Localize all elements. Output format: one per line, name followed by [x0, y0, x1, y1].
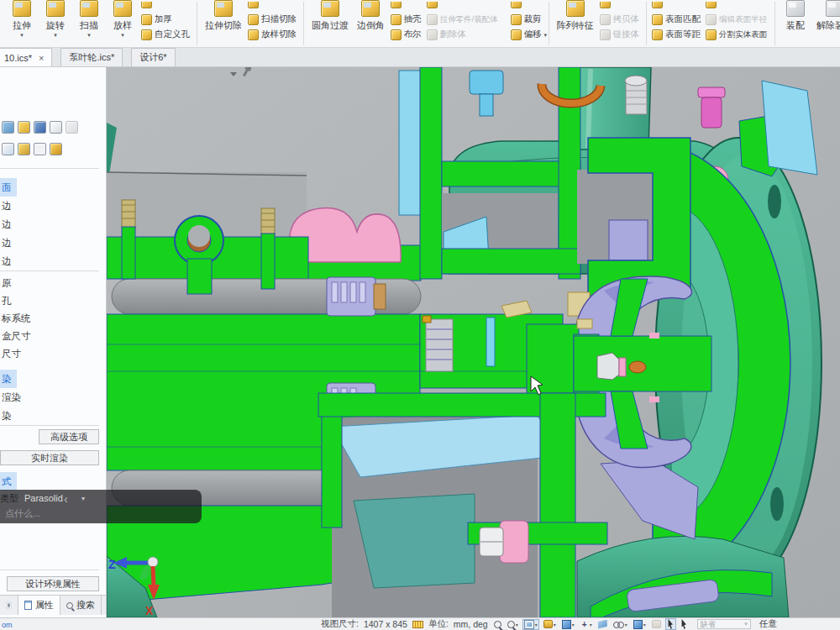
rotate-view-icon[interactable] — [651, 620, 662, 628]
part-icon[interactable] — [50, 143, 62, 155]
zoom-search-icon[interactable] — [493, 621, 502, 628]
clipped-icon — [427, 2, 438, 8]
tree-item[interactable]: 原 — [0, 275, 107, 292]
zoom-window-icon[interactable]: ▾ — [507, 621, 519, 628]
extrude-cut-button[interactable]: 拉伸切除 — [201, 0, 246, 47]
tree-item[interactable]: 边 — [0, 197, 107, 215]
tab-10ics[interactable]: 10.ics* × — [0, 48, 52, 66]
watermark-fragment: om — [2, 621, 13, 629]
boolean-icon — [391, 29, 402, 40]
dropdown-chevron-icon[interactable]: ▾ — [544, 33, 548, 38]
material-icon[interactable] — [18, 121, 30, 134]
chevron-down-icon: ▾ — [744, 621, 748, 627]
tree-item[interactable]: 尺寸 — [0, 345, 107, 363]
options-box-icon[interactable] — [18, 143, 30, 155]
comment-placeholder: 点什么... — [5, 507, 40, 520]
revolve-button[interactable]: 旋转▾ — [39, 0, 72, 47]
tree-item-selected[interactable]: 式 — [0, 472, 17, 491]
design-env-properties-button[interactable]: 设计环境属性 — [7, 576, 99, 591]
button-label: 自定义孔 — [155, 29, 190, 40]
sweep-cut-button[interactable]: 扫描切除 — [246, 13, 300, 26]
ribbon-group-separator — [646, 2, 647, 45]
render-style-icon[interactable]: ▾ — [543, 620, 557, 628]
grid-calc-icon[interactable] — [2, 143, 14, 155]
custom-hole-button[interactable]: 自定义孔 — [139, 28, 193, 41]
tree-item[interactable]: 盒尺寸 — [0, 328, 107, 345]
shell-button[interactable]: 抽壳 — [389, 13, 425, 26]
surface-offset-button[interactable]: 表面等距 — [650, 28, 704, 41]
button-label: 扫描切除 — [261, 13, 297, 25]
3d-viewport[interactable]: Z X — [107, 67, 840, 617]
document-tabbar: 10.ics* × 泵叶轮.ics* 设计6* — [0, 48, 840, 67]
button-label: 装配 — [786, 19, 805, 32]
display-config-icon[interactable] — [2, 121, 14, 134]
clipped-tab[interactable] — [0, 596, 18, 615]
tree-item[interactable]: 渲染 — [0, 388, 107, 407]
clipped-button — [246, 2, 300, 11]
close-icon[interactable]: × — [39, 53, 44, 63]
tree-item[interactable]: 边 — [0, 234, 107, 252]
shield-medal-icon[interactable] — [34, 121, 46, 134]
chevron-down-icon[interactable] — [230, 72, 237, 76]
unit-value: mm, deg — [454, 619, 488, 629]
support-frame — [318, 393, 607, 617]
realtime-render-button[interactable]: 实时渲染 — [0, 450, 99, 465]
advanced-options-button[interactable]: 高级选项 — [39, 429, 99, 444]
visibility-glasses-icon[interactable]: ▾ — [612, 622, 628, 627]
tree-item[interactable]: 染 — [0, 407, 107, 425]
tree-item[interactable]: 边 — [0, 215, 107, 234]
select-arrow-icon[interactable] — [666, 619, 675, 629]
offset-button[interactable]: 偏移▾ — [509, 28, 545, 41]
shaded-view-icon[interactable]: ▾ — [561, 620, 575, 629]
tab-design6[interactable]: 设计6* — [131, 48, 175, 66]
edit-sheet-icon[interactable] — [50, 121, 62, 134]
tab-pump-impeller[interactable]: 泵叶轮.ics* — [60, 48, 123, 66]
assemble-button[interactable]: 装配 — [779, 0, 812, 47]
tab-properties[interactable]: 属性 — [18, 596, 60, 615]
cad-application-window: 拉伸▾旋转▾扫描▾放样▾加厚自定义孔拉伸切除扫描切除放样切除圆角过渡边倒角抽壳布… — [0, 0, 840, 630]
thicken-icon — [141, 14, 152, 25]
loft-button[interactable]: 放样▾ — [106, 0, 139, 47]
boolean-button[interactable]: 布尔 — [389, 28, 425, 41]
face-view-icon[interactable] — [597, 620, 608, 629]
trim-button[interactable]: 裁剪 — [509, 13, 545, 26]
cursor-arrow-icon[interactable] — [680, 619, 689, 629]
dropdown-chevron-icon[interactable]: ▾ — [20, 33, 24, 38]
link-body-icon — [600, 29, 611, 40]
pattern-button[interactable]: 阵列特征 — [553, 0, 598, 47]
surface-match-button[interactable]: 表面匹配 — [650, 13, 704, 26]
ribbon-stack-column: 表面匹配表面等距 — [650, 0, 704, 47]
sweep-button[interactable]: 扫描▾ — [72, 0, 106, 47]
extrude-button[interactable]: 拉伸▾ — [5, 0, 39, 47]
triad-icon[interactable] — [34, 143, 46, 155]
tree-item[interactable]: 标系统 — [0, 310, 107, 328]
tree-item[interactable]: 面 — [0, 178, 17, 197]
panel-toggle-icon[interactable] — [66, 121, 78, 134]
loft-cut-button[interactable]: 放样切除 — [246, 28, 300, 41]
clipped-icon — [706, 2, 717, 8]
tree-item[interactable]: 孔 — [0, 292, 107, 310]
display-mode-icon[interactable]: ▾ — [633, 620, 647, 629]
dropdown-chevron-icon[interactable]: ▾ — [121, 33, 124, 38]
render-preset-select[interactable]: 缺省 ▾ — [697, 619, 751, 629]
ribbon-stack-column: 扫描切除放样切除 — [246, 0, 300, 47]
snap-mode-label: 任意 — [759, 618, 777, 630]
unassemble-button[interactable]: 解除装配 — [812, 0, 840, 47]
thicken-button[interactable]: 加厚 — [139, 13, 193, 26]
button-label: 扫描 — [80, 19, 98, 32]
view-orientation-icon[interactable]: ▾ — [523, 620, 538, 629]
button-label: 布尔 — [404, 29, 422, 40]
dropdown-chevron-icon[interactable]: ▾ — [54, 33, 57, 38]
tree-item[interactable]: 边 — [0, 252, 107, 270]
tree-section-b: 原孔标系统盒尺寸尺寸 — [0, 275, 107, 363]
fillet-button[interactable]: 圆角过渡 — [307, 0, 353, 47]
clipped-icon — [248, 2, 259, 8]
view-size-value: 1407 x 845 — [364, 619, 407, 629]
kernel-select[interactable]: Parasolid ▾ — [21, 491, 88, 506]
split-surface-button[interactable]: 分割实体表面 — [704, 28, 771, 41]
chamfer-button[interactable]: 边倒角 — [353, 0, 389, 47]
tab-search[interactable]: 搜索 — [60, 596, 102, 615]
pan-view-icon[interactable]: +▾ — [580, 620, 593, 629]
tree-item[interactable]: 染 — [0, 370, 17, 388]
dropdown-chevron-icon[interactable]: ▾ — [87, 33, 91, 38]
